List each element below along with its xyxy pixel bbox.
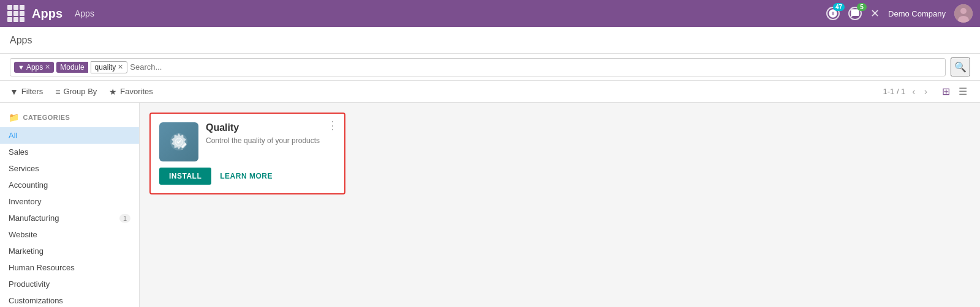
nav-app-title: Apps <box>32 7 62 21</box>
view-toggle: ⊞ ☰ <box>939 84 970 98</box>
app-name: Quality <box>206 122 336 133</box>
search-row: ▼ Apps ✕ Module quality ✕ 🔍 <box>0 54 980 81</box>
sidebar-item-sales-label: Sales <box>9 147 29 157</box>
main-layout: 📁 CATEGORIES All Sales Services Accounti… <box>0 103 980 307</box>
sidebar-item-customizations[interactable]: Customizations <box>0 292 139 307</box>
sidebar-item-human-resources[interactable]: Human Resources <box>0 259 139 276</box>
sidebar-item-website-label: Website <box>9 230 37 239</box>
app-icon <box>159 122 198 161</box>
filter-apps-close-icon[interactable]: ✕ <box>45 63 50 71</box>
avatar[interactable] <box>954 4 973 23</box>
install-button[interactable]: INSTALL <box>159 168 211 185</box>
app-description: Control the quality of your products <box>206 136 336 146</box>
close-icon[interactable]: ✕ <box>870 7 880 20</box>
breadcrumb-title: Apps <box>10 35 32 46</box>
sidebar-item-marketing-label: Marketing <box>9 246 43 256</box>
module-label-tag: Module <box>56 62 88 73</box>
sidebar-item-services-label: Services <box>9 164 39 173</box>
sidebar-item-hr-label: Human Resources <box>9 263 75 272</box>
search-button[interactable]: 🔍 <box>951 57 970 76</box>
company-name[interactable]: Demo Company <box>888 9 946 18</box>
sidebar-item-accounting-label: Accounting <box>9 180 48 190</box>
sidebar-item-website[interactable]: Website <box>0 226 139 243</box>
app-card-actions: INSTALL LEARN MORE <box>159 168 336 185</box>
sidebar-item-marketing[interactable]: Marketing <box>0 243 139 259</box>
sidebar: 📁 CATEGORIES All Sales Services Accounti… <box>0 103 140 307</box>
sidebar-item-manufacturing[interactable]: Manufacturing 1 <box>0 210 139 226</box>
sidebar-item-manufacturing-label: Manufacturing <box>9 213 59 223</box>
sidebar-item-inventory-label: Inventory <box>9 197 41 206</box>
page-count: 1-1 / 1 <box>883 87 905 96</box>
content-area: ⋮ Quality Control the <box>140 103 980 307</box>
grid-menu-icon[interactable] <box>7 5 24 22</box>
page-next-button[interactable]: › <box>922 86 929 97</box>
favorites-button[interactable]: ★ Favorites <box>109 87 153 97</box>
filter-funnel-icon: ▼ <box>10 87 18 97</box>
sidebar-item-accounting[interactable]: Accounting <box>0 177 139 193</box>
grid-view-button[interactable]: ⊞ <box>939 84 953 98</box>
page-prev-button[interactable]: ‹ <box>910 86 917 97</box>
group-by-label: Group By <box>63 87 97 96</box>
page-info: 1-1 / 1 ‹ › ⊞ ☰ <box>883 84 970 98</box>
app-info: Quality Control the quality of your prod… <box>206 122 336 146</box>
learn-more-button[interactable]: LEARN MORE <box>220 172 273 180</box>
card-menu-icon[interactable]: ⋮ <box>327 120 338 131</box>
sidebar-item-customizations-label: Customizations <box>9 296 63 305</box>
module-value-text: quality <box>95 63 116 72</box>
group-by-button[interactable]: ≡ Group By <box>55 87 97 97</box>
sidebar-item-all-label: All <box>9 131 17 140</box>
search-tags-container[interactable]: ▼ Apps ✕ Module quality ✕ <box>10 58 946 76</box>
sidebar-item-sales[interactable]: Sales <box>0 144 139 160</box>
svg-point-1 <box>960 8 967 14</box>
sidebar-section-text: CATEGORIES <box>23 114 70 121</box>
favorites-label: Favorites <box>120 87 153 96</box>
search-input[interactable] <box>130 62 941 72</box>
star-icon: ★ <box>109 87 117 97</box>
sidebar-item-all[interactable]: All <box>0 127 139 144</box>
nav-apps-link[interactable]: Apps <box>75 9 94 18</box>
sidebar-item-inventory[interactable]: Inventory <box>0 193 139 210</box>
activity-badge: 47 <box>833 3 845 11</box>
app-card-header: Quality Control the quality of your prod… <box>159 122 336 161</box>
activity-icon-badge[interactable]: 47 <box>826 7 840 20</box>
module-value-tag[interactable]: quality ✕ <box>91 61 128 73</box>
filter-bar: ▼ Filters ≡ Group By ★ Favorites 1-1 / 1… <box>0 81 980 103</box>
module-value-close-icon[interactable]: ✕ <box>118 63 123 71</box>
filters-button[interactable]: ▼ Filters <box>10 87 43 97</box>
sub-header: Apps <box>0 27 980 54</box>
top-nav: Apps Apps 47 5 ✕ Demo Company <box>0 0 980 27</box>
sidebar-section-label: 📁 CATEGORIES <box>0 110 139 127</box>
filter-apps-label: Apps <box>26 63 43 72</box>
nav-right: 47 5 ✕ Demo Company <box>826 4 973 23</box>
app-card-quality: ⋮ Quality Control the <box>149 113 345 194</box>
manufacturing-badge: 1 <box>119 214 130 223</box>
list-view-button[interactable]: ☰ <box>956 84 970 98</box>
message-badge: 5 <box>857 3 867 11</box>
filters-label: Filters <box>21 87 43 96</box>
group-by-icon: ≡ <box>55 87 60 97</box>
message-icon-badge[interactable]: 5 <box>848 7 862 20</box>
sidebar-item-productivity-label: Productivity <box>9 279 50 289</box>
filter-apps-tag[interactable]: ▼ Apps ✕ <box>14 62 54 73</box>
sidebar-item-productivity[interactable]: Productivity <box>0 276 139 292</box>
folder-icon: 📁 <box>9 113 20 122</box>
filter-funnel-icon: ▼ <box>18 64 24 71</box>
sidebar-item-services[interactable]: Services <box>0 160 139 177</box>
